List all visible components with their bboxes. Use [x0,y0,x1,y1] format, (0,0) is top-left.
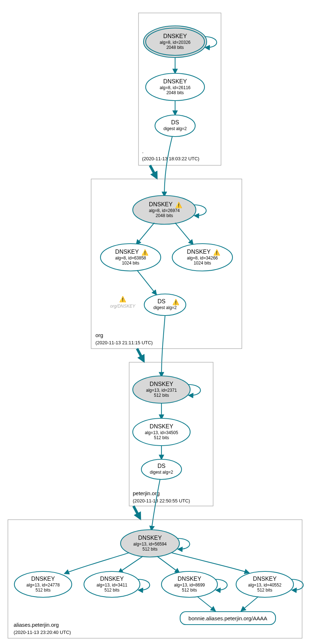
node-al-k2[interactable]: DNSKEY alg=13, id=3411 512 bits [84,571,140,597]
svg-text:DNSKEY: DNSKEY [150,381,173,387]
svg-text:DNSKEY: DNSKEY [163,78,187,84]
svg-text:bonnie.aliases.peterjin.org/AA: bonnie.aliases.peterjin.org/AAAA [188,615,267,621]
warn-icon: ⚠️ [213,249,220,256]
svg-text:DNSKEY: DNSKEY [187,249,211,255]
svg-text:DS: DS [158,463,165,469]
edge-org-ds-to-pj-ksk [161,316,165,377]
warn-icon: ⚠️ [172,299,179,305]
svg-point-38 [141,459,182,479]
svg-text:DNSKEY: DNSKEY [178,576,201,582]
node-al-ksk[interactable]: DNSKEY alg=13, id=56594 512 bits [121,530,179,557]
node-org-faded: ⚠️ org/DNSKEY [110,296,136,309]
svg-text:512 bits: 512 bits [182,588,197,593]
node-pj-ksk[interactable]: DNSKEY alg=13, id=2371 512 bits [133,376,190,403]
svg-text:alg=8, id=20326: alg=8, id=20326 [160,40,191,45]
svg-text:512 bits: 512 bits [154,393,169,398]
svg-text:digest alg=2: digest alg=2 [150,470,173,475]
warn-icon: ⚠️ [141,249,149,256]
svg-text:alg=13, id=8699: alg=13, id=8699 [174,583,205,588]
dnssec-graph: . (2020-11-13 18:03:22 UTC) DNSKEY alg=8… [4,4,306,643]
svg-text:alg=8, id=26116: alg=8, id=26116 [160,85,191,90]
svg-text:512 bits: 512 bits [36,588,51,593]
zone-pj-label: peterjin.org [133,490,160,496]
svg-text:DNSKEY: DNSKEY [138,535,162,541]
svg-text:alg=8, id=63858: alg=8, id=63858 [115,256,146,261]
svg-text:alg=13, id=24778: alg=13, id=24778 [27,583,60,588]
node-org-ds[interactable]: DS ⚠️ digest alg=2 [144,294,186,316]
svg-text:alg=13, id=56594: alg=13, id=56594 [133,542,167,547]
node-al-rr[interactable]: bonnie.aliases.peterjin.org/AAAA [180,612,276,625]
svg-text:alg=13, id=40552: alg=13, id=40552 [248,583,282,588]
svg-text:digest alg=2: digest alg=2 [163,126,187,131]
svg-text:DNSKEY: DNSKEY [253,576,277,582]
svg-text:aliases.peterjin.org: aliases.peterjin.org [14,622,59,628]
svg-text:DNSKEY: DNSKEY [100,576,124,582]
node-root-ds[interactable]: DS digest alg=2 [155,115,195,137]
node-root-ksk[interactable]: DNSKEY alg=8, id=20326 2048 bits [144,26,207,58]
svg-text:alg=8, id=34266: alg=8, id=34266 [187,256,218,261]
node-org-zsk2[interactable]: DNSKEY ⚠️ alg=8, id=34266 1024 bits [172,244,232,271]
warn-icon: ⚠️ [175,202,182,208]
svg-text:2048 bits: 2048 bits [166,45,184,50]
svg-text:1024 bits: 1024 bits [194,261,211,266]
edge-org-zsk1-ds [137,270,156,295]
svg-text:org/DNSKEY: org/DNSKEY [110,304,136,309]
svg-text:(2020-11-13 23:20:40 UTC): (2020-11-13 23:20:40 UTC) [14,630,71,635]
node-org-ksk[interactable]: DNSKEY ⚠️ alg=8, id=26974 2048 bits [133,196,196,224]
svg-text:DNSKEY: DNSKEY [31,576,55,582]
svg-point-26 [144,294,186,316]
svg-text:1024 bits: 1024 bits [122,261,140,266]
node-al-k3[interactable]: DNSKEY alg=13, id=8699 512 bits [161,571,217,597]
node-al-k1[interactable]: DNSKEY alg=13, id=24778 512 bits [14,571,72,597]
node-pj-ds[interactable]: DS digest alg=2 [141,459,182,479]
node-root-zsk[interactable]: DNSKEY alg=8, id=26116 2048 bits [146,73,205,101]
node-al-k4[interactable]: DNSKEY alg=13, id=40552 512 bits [236,571,293,597]
edge-root-ds-to-org-ksk [164,137,172,196]
zone-org-time: (2020-11-13 21:11:15 UTC) [95,340,153,345]
edge-root-to-org-zone [150,165,156,176]
svg-text:512 bits: 512 bits [154,435,169,440]
svg-text:DNSKEY: DNSKEY [150,423,173,429]
svg-text:alg=13, id=34505: alg=13, id=34505 [145,430,178,435]
svg-text:2048 bits: 2048 bits [166,90,184,95]
svg-text:DS: DS [171,119,179,125]
svg-text:DNSKEY: DNSKEY [163,33,187,39]
svg-text:alg=13, id=2371: alg=13, id=2371 [146,388,177,393]
node-pj-zsk[interactable]: DNSKEY alg=13, id=34505 512 bits [133,418,190,446]
edge-org-ksk-zsk2 [175,223,193,244]
zone-root-label: . [142,148,144,154]
svg-text:512 bits: 512 bits [257,588,272,593]
svg-text:DS: DS [158,298,165,304]
svg-text:alg=13, id=3411: alg=13, id=3411 [97,583,127,588]
svg-text:alg=8, id=26974: alg=8, id=26974 [149,208,180,213]
svg-text:(2020-11-13 22:50:55 UTC): (2020-11-13 22:50:55 UTC) [133,498,190,503]
zone-root-time: (2020-11-13 18:03:22 UTC) [142,156,199,161]
svg-text:512 bits: 512 bits [142,547,158,552]
node-org-zsk1[interactable]: DNSKEY ⚠️ alg=8, id=63858 1024 bits [100,244,161,271]
svg-text:⚠️: ⚠️ [119,296,126,303]
svg-text:DNSKEY: DNSKEY [149,201,173,207]
zone-org-label: org [95,332,103,338]
svg-text:DNSKEY: DNSKEY [115,249,139,255]
edge-org-to-pj-zone [137,349,143,359]
svg-text:512 bits: 512 bits [104,588,119,593]
edge-org-ksk-zsk1 [136,223,154,244]
svg-point-9 [155,115,195,137]
svg-text:digest alg=2: digest alg=2 [153,305,177,310]
svg-text:2048 bits: 2048 bits [156,213,173,218]
